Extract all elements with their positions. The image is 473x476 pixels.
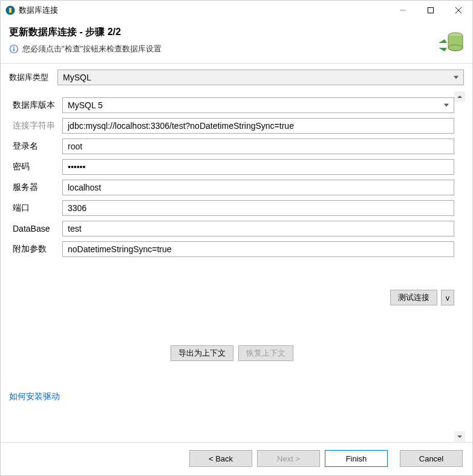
- export-context-button[interactable]: 导出为上下文: [171, 345, 233, 361]
- server-value: localhost: [68, 183, 101, 192]
- svg-rect-1: [9, 8, 11, 13]
- test-dropdown-button[interactable]: v: [441, 290, 454, 305]
- version-row: 数据库版本 MySQL 5: [9, 97, 454, 113]
- database-input[interactable]: test: [62, 221, 454, 236]
- connstr-value: jdbc:mysql://localhost:3306/test?noDatet…: [68, 121, 294, 131]
- version-label: 数据库版本: [9, 100, 62, 111]
- next-button[interactable]: Next >: [257, 450, 320, 467]
- version-select[interactable]: MySQL 5: [62, 97, 454, 113]
- server-row: 服务器 localhost: [9, 180, 454, 195]
- context-row: 导出为上下文 恢复上下文: [9, 345, 454, 361]
- db-type-value: MySQL: [63, 73, 91, 82]
- params-value: noDatetimeStringSync=true: [68, 244, 172, 254]
- maximize-button[interactable]: [417, 1, 445, 20]
- port-label: 端口: [9, 203, 62, 214]
- form-area: 数据库版本 MySQL 5 连接字符串 jdbc:mysql://localho…: [9, 91, 454, 442]
- app-icon: [5, 5, 15, 15]
- port-input[interactable]: 3306: [62, 200, 454, 216]
- port-value: 3306: [68, 203, 86, 213]
- server-label: 服务器: [9, 182, 62, 193]
- connstr-input[interactable]: jdbc:mysql://localhost:3306/test?noDatet…: [62, 118, 454, 134]
- password-label: 密码: [9, 161, 62, 172]
- scrollbar[interactable]: [454, 91, 465, 442]
- page-title: 更新数据库连接 - 步骤 2/2: [9, 26, 464, 39]
- database-value: test: [68, 224, 82, 233]
- params-row: 附加参数 noDatetimeStringSync=true: [9, 241, 454, 257]
- test-row: 测试连接 v: [9, 290, 454, 305]
- db-type-label: 数据库类型: [9, 72, 53, 83]
- restore-context-button[interactable]: 恢复上下文: [238, 345, 293, 361]
- login-label: 登录名: [9, 141, 62, 152]
- install-driver-link[interactable]: 如何安装驱动: [9, 391, 60, 401]
- link-row: 如何安装驱动: [9, 391, 454, 402]
- login-input[interactable]: root: [62, 139, 454, 154]
- database-graphic-icon: [436, 28, 465, 57]
- scroll-down-icon[interactable]: [454, 431, 465, 442]
- window-controls: [389, 1, 472, 20]
- server-input[interactable]: localhost: [62, 180, 454, 195]
- params-label: 附加参数: [9, 244, 62, 255]
- titlebar: 数据库连接: [1, 1, 472, 20]
- params-input[interactable]: noDatetimeStringSync=true: [62, 241, 454, 257]
- svg-rect-7: [13, 48, 15, 51]
- scroll-up-icon[interactable]: [454, 91, 465, 102]
- database-row: DataBase test: [9, 221, 454, 236]
- login-value: root: [68, 142, 82, 151]
- banner-subtitle: 您必须点击"检查"按钮来检查数据库设置: [22, 44, 161, 54]
- version-value: MySQL 5: [68, 100, 103, 110]
- finish-button[interactable]: Finish: [325, 450, 388, 467]
- db-type-row: 数据库类型 MySQL: [1, 64, 472, 91]
- database-label: DataBase: [9, 224, 62, 233]
- back-button[interactable]: < Back: [189, 450, 252, 467]
- svg-rect-3: [428, 8, 434, 13]
- password-row: 密码 ••••••: [9, 159, 454, 175]
- test-connection-button[interactable]: 测试连接: [390, 290, 437, 305]
- banner-subtitle-row: 您必须点击"检查"按钮来检查数据库设置: [9, 44, 464, 54]
- window-title: 数据库连接: [19, 5, 389, 16]
- db-type-select[interactable]: MySQL: [57, 70, 464, 85]
- password-value: ••••••: [68, 162, 85, 172]
- port-row: 端口 3306: [9, 200, 454, 216]
- minimize-button[interactable]: [389, 1, 417, 20]
- close-button[interactable]: [445, 1, 472, 20]
- connstr-label: 连接字符串: [9, 120, 62, 131]
- svg-rect-8: [13, 47, 15, 48]
- info-icon: [9, 44, 19, 54]
- login-row: 登录名 root: [9, 139, 454, 154]
- connstr-row: 连接字符串 jdbc:mysql://localhost:3306/test?n…: [9, 118, 454, 134]
- wizard-buttons: < Back Next > Finish Cancel: [1, 443, 472, 475]
- password-input[interactable]: ••••••: [62, 159, 454, 175]
- cancel-button[interactable]: Cancel: [400, 450, 463, 467]
- banner: 更新数据库连接 - 步骤 2/2 您必须点击"检查"按钮来检查数据库设置: [1, 20, 472, 64]
